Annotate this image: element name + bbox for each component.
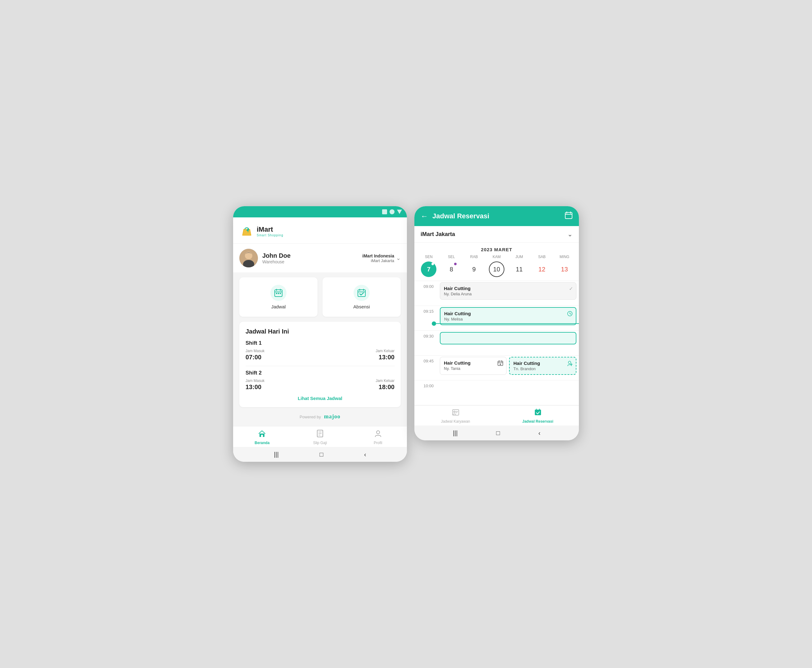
company-dropdown-icon: ⌄ xyxy=(396,255,401,262)
android-home-icon[interactable]: □ xyxy=(319,451,323,458)
res-card-brandon[interactable]: Hair Cutting Tn. Brandon xyxy=(509,357,577,375)
lihat-semua-button[interactable]: Lihat Semua Jadwal xyxy=(245,396,395,401)
jadwal-reservasi-icon xyxy=(534,409,542,418)
logo-area: iMart Smart Shopping xyxy=(239,224,283,239)
schedule-card: Jadwal Hari Ini Shift 1 Jam Masuk 07:00 … xyxy=(239,322,401,407)
day-SEN: SEN xyxy=(421,255,437,259)
res-card-melisa-sub: Ny. Melisa xyxy=(444,317,572,321)
location-dropdown-icon: ⌄ xyxy=(567,230,573,238)
shift2-masuk-label: Jam Masuk xyxy=(245,379,265,383)
shift2-name: Shift 2 xyxy=(245,370,395,376)
cal-date-9[interactable]: 9 xyxy=(466,262,482,277)
time-label-1000: 10:00 xyxy=(414,381,436,405)
status-bar xyxy=(233,206,407,217)
company-name: iMart Indonesia xyxy=(362,254,394,258)
shift1-keluar-label: Jam Keluar xyxy=(375,349,395,353)
android-home-icon2[interactable]: □ xyxy=(496,429,500,437)
timeline-row-0900: 09:00 Hair Cutting Ny. Delia Aruna ✓ xyxy=(414,281,579,306)
cal-date-10[interactable]: 10 xyxy=(489,262,504,277)
cal-date-8[interactable]: 8 xyxy=(444,262,459,277)
logo-text: iMart xyxy=(257,225,283,234)
android-back-icon[interactable]: ||| xyxy=(274,451,279,458)
timeline-content-1000 xyxy=(436,381,579,405)
time-label-0930: 09:30 xyxy=(414,331,436,355)
res-card-melisa-title: Hair Cutting xyxy=(444,311,572,316)
beranda-icon xyxy=(258,429,266,439)
profil-icon xyxy=(374,429,382,439)
bottom-nav2: Jadwal Karyawan Jadwal Reservasi xyxy=(414,405,579,426)
android-back-icon2[interactable]: ||| xyxy=(453,429,458,437)
clock-svg-icon xyxy=(567,311,573,316)
time-indicator-line xyxy=(436,323,579,324)
nav-slip-gaji[interactable]: Slip Gaji xyxy=(291,429,349,445)
calendar-day-names: SEN SEL RAB KAM JUM SAB MING xyxy=(414,255,579,262)
calendar-icon-button[interactable] xyxy=(565,211,573,221)
cal-date-7[interactable]: 7 xyxy=(421,262,437,277)
action-card-absensi[interactable]: Absensi xyxy=(322,277,401,317)
timeline-row-0930: 09:30 xyxy=(414,331,579,356)
nav-jadwal-karyawan[interactable]: Jadwal Karyawan xyxy=(414,409,497,424)
day-RAB: RAB xyxy=(466,255,482,259)
res-card-tania-icon xyxy=(498,360,503,367)
home-svg-icon xyxy=(258,429,266,438)
action-card-jadwal[interactable]: Jadwal xyxy=(239,277,318,317)
cal-date-12[interactable]: 12 xyxy=(534,262,550,277)
nav-beranda[interactable]: Beranda xyxy=(233,429,291,445)
bottom-nav: Beranda Slip Gaji xyxy=(233,426,407,447)
shift2-keluar: Jam Keluar 18:00 xyxy=(375,379,395,391)
absensi-icon xyxy=(353,285,370,301)
user-details: John Doe Warehouse xyxy=(262,252,290,264)
user-name: John Doe xyxy=(262,252,290,259)
day-SEL: SEL xyxy=(444,255,459,259)
svg-rect-11 xyxy=(358,290,365,297)
slip-gaji-icon xyxy=(316,429,324,439)
svg-point-35 xyxy=(569,361,571,364)
android-recents-icon[interactable]: ‹ xyxy=(364,451,366,458)
cal-date-13[interactable]: 13 xyxy=(557,262,572,277)
shift1-row: Jam Masuk 07:00 Jam Keluar 13:00 xyxy=(245,349,395,361)
date7-dot xyxy=(432,263,434,265)
shift1-masuk-label: Jam Masuk xyxy=(245,349,265,353)
res-card-delia[interactable]: Hair Cutting Ny. Delia Aruna ✓ xyxy=(440,282,577,300)
calendar: 2023 MARET SEN SEL RAB KAM JUM SAB MING … xyxy=(414,242,579,281)
time-indicator xyxy=(414,321,579,326)
company-texts: iMart Indonesia iMart Jakarta xyxy=(362,254,394,263)
profil-label: Profil xyxy=(374,441,382,445)
android-recents-icon2[interactable]: ‹ xyxy=(538,429,540,437)
nav-profil[interactable]: Profil xyxy=(349,429,407,445)
location-picker[interactable]: iMart Jakarta ⌄ xyxy=(414,226,579,242)
jadwal-karyawan-icon xyxy=(452,409,459,418)
svg-rect-22 xyxy=(565,212,572,219)
shift1-block: Shift 1 Jam Masuk 07:00 Jam Keluar 13:00 xyxy=(245,340,395,361)
timeline-content-0915: Hair Cutting Ny. Melisa xyxy=(436,306,579,331)
res-card-tania-title: Hair Cutting xyxy=(444,360,502,366)
svg-point-21 xyxy=(377,431,380,434)
avatar-svg xyxy=(239,249,258,267)
res-cards-0945: Hair Cutting Ny. Tania xyxy=(440,357,577,376)
time-indicator-dot xyxy=(432,321,436,326)
app-content: iMart Smart Shopping xyxy=(233,217,407,462)
res-card-delia-title: Hair Cutting xyxy=(444,286,572,291)
status-icon-triangle xyxy=(397,210,402,214)
timeline-row-1000: 10:00 xyxy=(414,381,579,405)
res-card-tania[interactable]: Hair Cutting Ny. Tania xyxy=(440,357,507,375)
svg-line-28 xyxy=(570,314,571,314)
res-card-tania-sub: Ny. Tania xyxy=(444,366,502,371)
svg-rect-9 xyxy=(278,293,279,294)
cal-date-11[interactable]: 11 xyxy=(512,262,527,277)
person-add-svg xyxy=(567,361,573,366)
android-nav-bar: ||| □ ‹ xyxy=(233,447,407,462)
avatar xyxy=(239,249,258,267)
user-info-left: John Doe Warehouse xyxy=(239,249,290,267)
timeline-row-0945: 09:45 Hair Cutting Ny. Tania xyxy=(414,356,579,381)
svg-rect-8 xyxy=(276,293,277,294)
beranda-label: Beranda xyxy=(255,441,269,445)
shift1-masuk: Jam Masuk 07:00 xyxy=(245,349,265,361)
company-info[interactable]: iMart Indonesia iMart Jakarta ⌄ xyxy=(362,254,401,263)
res-card-brandon-icon xyxy=(567,361,573,367)
back-button[interactable]: ← xyxy=(420,212,428,220)
jadwal-svg-icon xyxy=(274,289,283,297)
nav-jadwal-reservasi[interactable]: Jadwal Reservasi xyxy=(497,409,579,424)
date8-dot xyxy=(454,263,457,265)
shift2-masuk-time: 13:00 xyxy=(245,384,261,390)
